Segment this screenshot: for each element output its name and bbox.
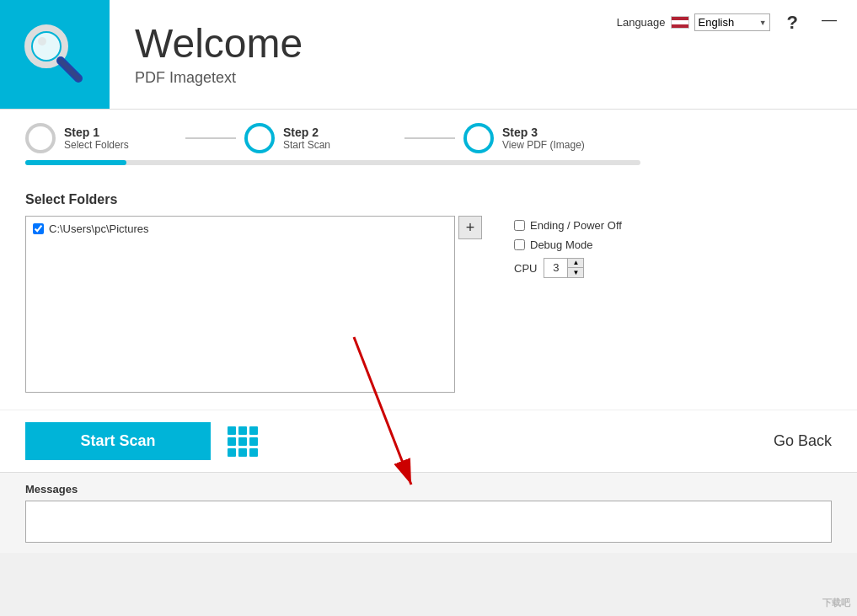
step-1-item: Step 1 Select Folders xyxy=(25,123,177,153)
messages-section: Messages xyxy=(0,472,857,553)
ending-power-off-checkbox[interactable] xyxy=(514,220,525,231)
add-folder-button[interactable]: + xyxy=(458,216,482,239)
svg-point-2 xyxy=(38,37,46,46)
step-3-circle-inner xyxy=(467,126,490,150)
grid-dot-5 xyxy=(238,437,247,446)
cpu-row: CPU 3 ▲ ▼ xyxy=(514,258,622,278)
step-3-text: Step 3 View PDF (Image) xyxy=(502,126,585,151)
cpu-value: 3 xyxy=(544,259,568,277)
step-2-name: Start Scan xyxy=(283,139,330,151)
step-2-circle xyxy=(244,123,275,153)
step-2-item: Step 2 Start Scan xyxy=(244,123,396,153)
step-2-number: Step 2 xyxy=(283,126,330,139)
minimize-button[interactable]: — xyxy=(815,8,844,30)
step-1-circle-inner xyxy=(29,126,52,150)
step-3-item: Step 3 View PDF (Image) xyxy=(463,123,615,153)
cpu-label: CPU xyxy=(514,262,537,275)
step-3-circle xyxy=(463,123,494,153)
bottom-toolbar: Start Scan Go Back xyxy=(0,410,857,472)
step-connector-1 xyxy=(185,137,236,139)
messages-box xyxy=(25,501,832,543)
folders-area: C:\Users\pc\Pictures + Ending / Power Of… xyxy=(25,216,832,393)
cpu-down-button[interactable]: ▼ xyxy=(568,268,583,277)
section-title: Select Folders xyxy=(25,192,832,207)
start-scan-button[interactable]: Start Scan xyxy=(25,422,211,460)
step-2-text: Step 2 Start Scan xyxy=(283,126,330,151)
step-3-number: Step 3 xyxy=(502,126,585,139)
cpu-spinner: 3 ▲ ▼ xyxy=(544,258,584,278)
svg-point-1 xyxy=(33,33,60,60)
watermark: 下载吧 xyxy=(822,597,850,609)
step-connector-2 xyxy=(404,137,455,139)
progress-bar-fill xyxy=(25,160,126,165)
progress-bar-background xyxy=(25,160,640,165)
language-select[interactable]: English German French Spanish xyxy=(694,13,770,31)
step-1-text: Step 1 Select Folders xyxy=(64,126,129,151)
grid-dot-1 xyxy=(228,426,236,435)
svg-line-4 xyxy=(61,61,78,78)
logo-background xyxy=(0,0,110,109)
language-selector: Language English German French Spanish xyxy=(617,13,770,31)
messages-label: Messages xyxy=(25,483,832,495)
debug-mode-row: Debug Mode xyxy=(514,238,622,251)
debug-mode-label: Debug Mode xyxy=(530,238,592,251)
folder-path: C:\Users\pc\Pictures xyxy=(49,222,148,235)
cpu-up-button[interactable]: ▲ xyxy=(568,259,583,268)
header-text-area: Welcome PDF Imagetext xyxy=(110,0,603,109)
steps-bar: Step 1 Select Folders Step 2 Start Scan … xyxy=(0,110,857,153)
folder-checkbox[interactable] xyxy=(33,223,44,234)
right-options: Ending / Power Off Debug Mode CPU 3 ▲ ▼ xyxy=(514,216,622,278)
step-3-name: View PDF (Image) xyxy=(502,139,585,151)
language-select-wrapper[interactable]: English German French Spanish xyxy=(694,13,770,31)
folder-list: C:\Users\pc\Pictures xyxy=(25,216,455,393)
flag-icon xyxy=(671,16,689,29)
debug-mode-checkbox[interactable] xyxy=(514,239,525,250)
app-subtitle: PDF Imagetext xyxy=(135,69,578,87)
ending-power-off-row: Ending / Power Off xyxy=(514,219,622,232)
grid-dot-4 xyxy=(228,437,236,446)
header-controls: Language English German French Spanish ?… xyxy=(603,0,857,109)
folder-list-container: C:\Users\pc\Pictures + xyxy=(25,216,455,393)
app-logo-icon xyxy=(21,21,88,88)
grid-dot-3 xyxy=(249,426,258,435)
step-2-circle-inner xyxy=(248,126,271,150)
grid-dot-9 xyxy=(249,448,258,457)
go-back-button[interactable]: Go Back xyxy=(774,432,832,450)
grid-dot-6 xyxy=(249,437,258,446)
main-content: Select Folders C:\Users\pc\Pictures + En… xyxy=(0,175,857,410)
progress-container xyxy=(0,153,857,175)
app-title: Welcome xyxy=(135,22,578,67)
step-1-name: Select Folders xyxy=(64,139,129,151)
ending-power-off-label: Ending / Power Off xyxy=(530,219,622,232)
help-button[interactable]: ? xyxy=(780,8,805,37)
cpu-arrows: ▲ ▼ xyxy=(568,259,583,277)
grid-icon-button[interactable] xyxy=(224,423,261,460)
folder-item: C:\Users\pc\Pictures xyxy=(29,220,451,238)
step-1-number: Step 1 xyxy=(64,126,129,139)
app-header: Welcome PDF Imagetext Language English G… xyxy=(0,0,857,110)
grid-dot-2 xyxy=(238,426,247,435)
language-label: Language xyxy=(617,16,666,29)
step-1-circle xyxy=(25,123,56,153)
grid-dot-8 xyxy=(238,448,247,457)
grid-dot-7 xyxy=(228,448,236,457)
